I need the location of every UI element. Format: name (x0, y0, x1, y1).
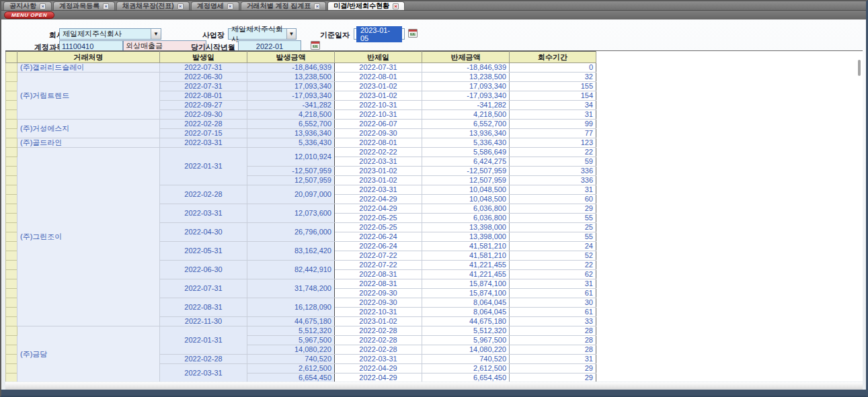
row-selector[interactable] (6, 232, 17, 242)
row-selector[interactable] (6, 261, 17, 270)
row-selector[interactable] (6, 223, 17, 232)
row-selector[interactable] (6, 129, 17, 138)
row-selector[interactable] (6, 345, 17, 355)
row-selector[interactable] (6, 167, 17, 176)
settlement-date-cell: 2022-09-30 (335, 298, 422, 308)
settlement-amount-cell: 6,424,275 (422, 157, 510, 167)
column-header[interactable]: 발생금액 (247, 52, 335, 63)
calendar-icon[interactable] (408, 29, 418, 38)
row-selector[interactable] (6, 82, 17, 91)
tab-close-icon[interactable]: × (314, 3, 320, 9)
settlement-date-cell: 2023-01-02 (335, 167, 422, 176)
settlement-amount-cell: 41,221,455 (422, 270, 510, 279)
settlement-date-cell: 2022-09-30 (335, 129, 422, 138)
chevron-down-icon: ▼ (151, 29, 161, 39)
account-code-value: 11100410 (62, 42, 93, 50)
menu-open-button[interactable]: MENU OPEN (4, 11, 54, 19)
site-select[interactable]: 제일제지주식회사 ▼ (228, 28, 297, 40)
vertical-scrollbar-handle[interactable] (858, 60, 861, 76)
occurrence-date-cell: 2022-06-30 (160, 73, 247, 82)
settlement-amount-cell: 2,612,500 (422, 364, 510, 373)
settlement-date-cell: 2022-07-31 (335, 63, 422, 73)
collection-days-cell: 55 (510, 232, 596, 242)
row-selector[interactable] (6, 373, 17, 382)
column-header[interactable]: 거래처명 (17, 52, 160, 63)
occurrence-amount-cell: 12,507,959 (247, 176, 335, 185)
row-selector[interactable] (6, 73, 17, 82)
column-header[interactable]: 회수기간 (510, 52, 596, 63)
row-selector[interactable] (6, 204, 17, 214)
tab-bar: 공지사항×계정과목등록×채권채무장(전표)×계정명세×거래처별 계정 집계표×미… (1, 1, 866, 11)
occurrence-amount-cell: -12,507,959 (247, 167, 335, 176)
tab-close-icon[interactable]: × (103, 3, 109, 9)
settlement-amount-cell: 5,586,649 (422, 148, 510, 157)
collection-days-cell: 55 (510, 214, 596, 223)
tab[interactable]: 거래처별 계정 집계표× (241, 1, 327, 10)
row-selector[interactable] (6, 148, 17, 157)
collection-days-cell: 33 (510, 317, 596, 326)
row-selector[interactable] (6, 120, 17, 129)
base-date-input[interactable]: 2023-01-05 (354, 28, 405, 40)
tab[interactable]: 공지사항× (3, 1, 52, 10)
collection-days-cell: 52 (510, 251, 596, 261)
row-selector[interactable] (6, 317, 17, 326)
occurrence-date-cell: 2022-02-28 (160, 185, 247, 204)
tab-active[interactable]: 미결/반제회수현황× (327, 1, 405, 10)
settlement-amount-cell: 13,398,000 (422, 223, 510, 232)
row-selector[interactable] (6, 270, 17, 279)
occurrence-date-cell: 2022-07-15 (160, 129, 247, 138)
occurrence-date-cell: 2022-06-30 (160, 261, 247, 279)
row-selector[interactable] (6, 279, 17, 289)
row-selector[interactable] (6, 101, 17, 110)
tab[interactable]: 계정명세× (191, 1, 239, 10)
collection-days-cell: 31 (510, 185, 596, 195)
row-selector[interactable] (6, 63, 17, 73)
row-selector[interactable] (6, 298, 17, 308)
status-bar (1, 390, 866, 397)
row-selector[interactable] (6, 336, 17, 345)
settlement-amount-cell: 740,520 (422, 355, 510, 364)
collection-days-cell: 28 (510, 345, 596, 355)
row-selector[interactable] (6, 138, 17, 148)
column-header[interactable]: 반제일 (335, 52, 422, 63)
row-selector[interactable] (6, 185, 17, 195)
row-selector[interactable] (6, 176, 17, 185)
row-selector[interactable] (6, 242, 17, 251)
occurrence-date-cell: 2022-02-28 (160, 355, 247, 364)
row-selector[interactable] (6, 364, 17, 373)
company-select[interactable]: 제일제지주식회사 ▼ (59, 28, 161, 40)
tab-close-icon[interactable]: × (393, 3, 399, 9)
occurrence-amount-cell: 82,442,910 (247, 261, 335, 279)
row-selector[interactable] (6, 326, 17, 336)
row-selector[interactable] (6, 355, 17, 364)
row-selector[interactable] (6, 110, 17, 120)
occurrence-amount-cell: 740,520 (247, 355, 335, 364)
occurrence-date-cell: 2022-09-27 (160, 101, 247, 110)
row-selector[interactable] (6, 157, 17, 167)
occurrence-date-cell: 2022-08-31 (160, 298, 247, 317)
row-selector[interactable] (6, 195, 17, 204)
tab-close-icon[interactable]: × (177, 3, 184, 9)
row-selector[interactable] (6, 214, 17, 223)
settlement-date-cell: 2022-05-25 (335, 214, 422, 223)
horizontal-scrollbar-track[interactable] (5, 382, 863, 390)
base-date-label: 기준일자 (311, 30, 350, 40)
row-selector[interactable] (6, 308, 17, 317)
column-header[interactable]: 발생일 (160, 52, 247, 63)
collection-days-cell: 31 (510, 279, 596, 289)
account-name-value: 외상매출금 (126, 41, 163, 51)
occurrence-amount-cell: 5,512,320 (247, 326, 335, 336)
tab-close-icon[interactable]: × (227, 3, 233, 9)
settlement-date-cell: 2022-03-31 (335, 355, 422, 364)
grid-row: (주)거림트렌드2022-06-3013,238,5002022-08-0113… (6, 73, 596, 82)
tab[interactable]: 채권채무장(전표)× (116, 1, 190, 10)
site-label: 사업장 (188, 30, 225, 40)
tab[interactable]: 계정과목등록× (53, 1, 115, 10)
column-header[interactable]: 반제금액 (422, 52, 510, 63)
row-selector[interactable] (6, 251, 17, 261)
tab-close-icon[interactable]: × (40, 3, 46, 9)
calendar-icon[interactable] (311, 41, 320, 50)
row-selector[interactable] (6, 289, 17, 298)
occurrence-date-cell: 2022-05-31 (160, 242, 247, 261)
row-selector[interactable] (6, 91, 17, 101)
